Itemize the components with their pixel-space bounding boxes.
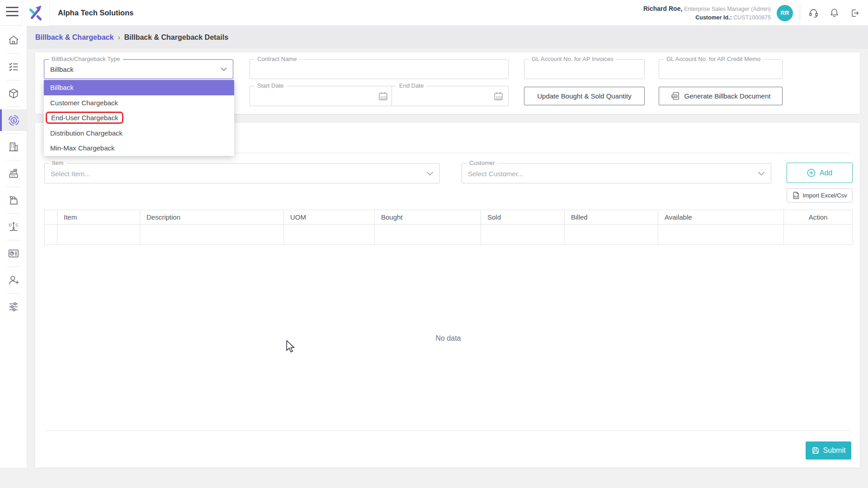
user-role: Enterprise Sales Manager (Admin) (684, 6, 771, 12)
column-header-billed: Billed (565, 210, 658, 225)
logout-icon[interactable] (844, 0, 865, 26)
contract-name-field[interactable]: Contract Name (250, 59, 509, 79)
column-header-bought: Bought (375, 210, 481, 225)
type-option-distribution-chargeback[interactable]: Distribution Chargeback (44, 126, 234, 141)
type-option-label: Min-Max Chargeback (50, 144, 115, 152)
sidebar-item-home[interactable] (0, 32, 27, 48)
column-header-description: Description (140, 210, 284, 225)
sidebar-divider (6, 213, 21, 214)
empty-cell (658, 225, 784, 245)
user-info: Richard Roe, Enterprise Sales Manager (A… (643, 4, 771, 21)
type-option-min-max-chargeback[interactable]: Min-Max Chargeback (44, 141, 234, 156)
table-header-row: ItemDescriptionUOMBoughtSoldBilledAvaila… (45, 210, 853, 225)
generate-billback-document-button[interactable]: DOC Generate Billback Document (659, 87, 783, 105)
gl-ap-field[interactable]: GL Account No. for AP Invoices (524, 59, 645, 79)
app-logo[interactable] (22, 0, 50, 26)
sidebar-divider (6, 80, 21, 80)
start-date-field[interactable]: Start Date (250, 86, 393, 106)
chevron-down-icon (426, 171, 434, 176)
start-date-label: Start Date (255, 82, 287, 89)
customer-select-label: Customer (467, 160, 497, 166)
support-headset-icon[interactable] (803, 0, 824, 26)
calendar-icon[interactable] (493, 91, 504, 101)
sidebar-divider (6, 187, 21, 187)
end-date-field[interactable]: End Date (392, 86, 509, 106)
sidebar-item-sales-register[interactable] (0, 165, 27, 182)
item-select-placeholder: Select Item... (51, 169, 90, 177)
billback-chargeback-page: Alpha Tech Solutions Richard Roe, Enterp… (0, 0, 868, 488)
empty-cell (45, 225, 57, 245)
debit-credit-scale-icon: D C (8, 221, 19, 233)
sidebar-item-tasks[interactable] (0, 59, 27, 75)
type-option-customer-chargeback[interactable]: Customer Chargeback (44, 95, 234, 111)
app-title: Alpha Tech Solutions (58, 0, 133, 26)
gl-ap-label: GL Account No. for AP Invoices (529, 56, 616, 62)
column-header-uom: UOM (284, 210, 375, 225)
gl-ar-label: GL Account No. for AR Credit Memo (664, 56, 763, 62)
submit-button[interactable]: Submit (806, 441, 851, 460)
notifications-bell-icon[interactable] (824, 0, 844, 26)
column-header-available: Available (658, 210, 784, 225)
items-card: Item Select Item... Customer Select Cust… (35, 123, 860, 468)
empty-cell (784, 225, 853, 245)
type-option-billback[interactable]: Billback (44, 80, 234, 95)
section-divider (45, 431, 850, 431)
item-select[interactable]: Item Select Item... (44, 163, 440, 183)
preferences-sliders-icon (8, 301, 19, 313)
add-button[interactable]: Add (787, 163, 853, 183)
billback-type-select[interactable]: BillBack/Chargeback Type Billback (44, 59, 233, 79)
empty-cell (140, 225, 284, 245)
save-icon (811, 446, 820, 455)
hamburger-menu-icon[interactable] (6, 7, 19, 19)
update-bought-sold-button[interactable]: Update Bought & Sold Quantity (524, 87, 645, 105)
svg-text:D: D (9, 223, 12, 227)
type-option-end-user-chargeback[interactable]: End-User Chargeback (44, 110, 234, 126)
purchase-bag-icon (8, 194, 19, 206)
type-option-label: Billback (50, 84, 74, 91)
empty-cell (284, 225, 375, 245)
column-header-sold: Sold (481, 210, 565, 225)
calendar-icon[interactable] (378, 91, 388, 101)
mouse-cursor (286, 340, 297, 353)
sidebar-nav: $ D C (0, 26, 27, 468)
sidebar-item-billback[interactable]: $ (0, 109, 27, 131)
sidebar-item-reports[interactable] (0, 245, 27, 262)
svg-text:XLS: XLS (794, 196, 798, 198)
document-icon: DOC (671, 91, 680, 101)
sidebar-item-debit-credit[interactable]: D C (0, 219, 27, 235)
sidebar-item-company[interactable] (0, 139, 27, 155)
customer-id-label: Customer Id.: (695, 14, 732, 21)
sidebar-item-add-user[interactable] (0, 272, 27, 288)
package-icon (8, 88, 19, 99)
item-select-label: Item (49, 160, 66, 166)
user-name: Richard Roe, (643, 5, 682, 12)
header-divider (800, 6, 800, 20)
empty-cell (481, 225, 565, 245)
type-option-label: Customer Chargeback (50, 99, 118, 107)
import-button-label: Import Excel/Csv (802, 192, 847, 199)
add-user-icon (8, 274, 19, 286)
column-header-select (45, 210, 57, 225)
annotation-highlight: End-User Chargeback (46, 112, 123, 124)
avatar[interactable]: RR (777, 5, 793, 21)
table-empty-row (45, 225, 853, 245)
customer-select-placeholder: Select Customer... (468, 169, 524, 177)
company-building-icon (8, 141, 19, 153)
import-excel-csv-button[interactable]: XLS Import Excel/Csv (787, 188, 853, 202)
gl-ar-field[interactable]: GL Account No. for AR Credit Memo (659, 59, 783, 79)
type-dropdown-menu: BillbackCustomer ChargebackEnd-User Char… (44, 80, 234, 156)
sidebar-item-preferences[interactable] (0, 299, 27, 315)
svg-text:C: C (15, 223, 19, 227)
sidebar-item-purchases[interactable] (0, 192, 27, 208)
sidebar-divider (6, 53, 21, 54)
sidebar-divider (6, 240, 21, 240)
billback-type-label: BillBack/Chargeback Type (49, 56, 123, 62)
sidebar-divider (6, 133, 21, 134)
customer-id-value: CUST1000875 (733, 14, 771, 21)
empty-cell (375, 225, 481, 245)
svg-text:DOC: DOC (672, 95, 677, 98)
breadcrumb-link[interactable]: Billback & Chargeback (35, 33, 113, 42)
customer-select[interactable]: Customer Select Customer... (462, 163, 771, 183)
sidebar-item-products[interactable] (0, 85, 27, 102)
report-card-icon (8, 248, 19, 259)
